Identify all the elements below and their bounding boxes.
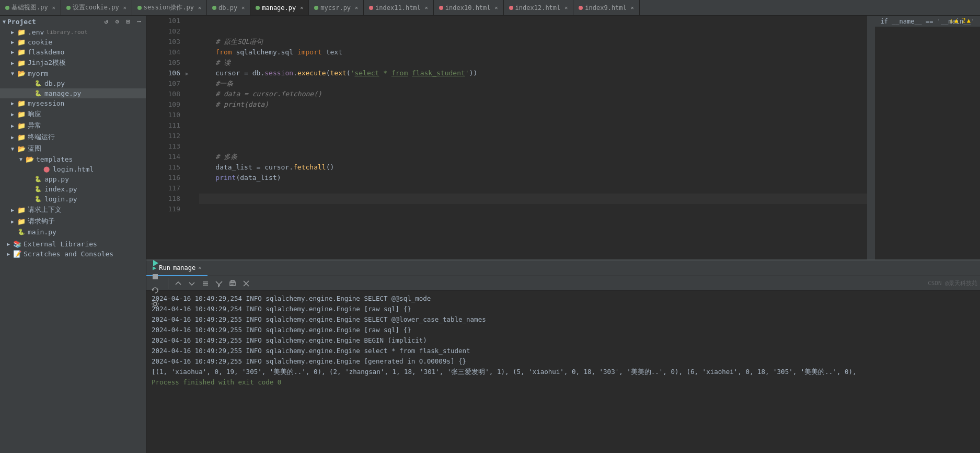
attr-session: session	[264, 68, 293, 78]
sp1	[232, 47, 236, 58]
print-button[interactable]	[226, 277, 239, 290]
sidebar-item-login-html[interactable]: ⬤ login.html	[0, 164, 146, 174]
sidebar-item-request-context[interactable]: ▶ 📁 请求上下文	[0, 204, 146, 216]
code-editor[interactable]: # 原生SQL语句 from sqlalchemy.sql import tex…	[194, 16, 867, 259]
tab-close-icon[interactable]: ✕	[52, 5, 55, 10]
scroll-top-button[interactable]	[172, 277, 185, 290]
folder-icon: 📁	[17, 29, 26, 36]
folder-icon: 📁	[17, 59, 26, 66]
console-line-3: 2024-04-16 10:49:29,255 INFO sqlalchemy.…	[152, 314, 975, 325]
tab-index12[interactable]: index12.html ✕	[504, 0, 574, 16]
tab-label: index10.html	[445, 4, 491, 12]
fold-107	[186, 78, 194, 89]
sidebar-item-response[interactable]: ▶ 📁 响应	[0, 108, 146, 120]
sidebar-item-db-py[interactable]: 🐍 db.py	[0, 78, 146, 88]
code-line-118	[199, 194, 867, 204]
sidebar-item-index-py[interactable]: 🐍 index.py	[0, 184, 146, 194]
main-area: ▼ Project ↺ ⚙ ⊞ ⋯ ▶ 📁 .env library.root	[0, 16, 980, 453]
folder-open-icon: 📂	[17, 70, 26, 77]
tab-基础视图[interactable]: 基础视图.py ✕	[0, 0, 61, 16]
tab-close-icon[interactable]: ✕	[300, 5, 303, 10]
ln-110: 110	[159, 110, 180, 120]
code-line-116: print(data_list)	[199, 173, 867, 183]
tab-session操作[interactable]: session操作.py ✕	[132, 0, 207, 16]
tab-close-icon[interactable]: ✕	[241, 5, 245, 10]
warning-badge: ⚠ ▲ 2 ▲	[950, 17, 971, 24]
python-file-icon: 🐍	[17, 229, 26, 236]
tab-close-icon[interactable]: ✕	[198, 5, 201, 10]
sidebar-item-login-py[interactable]: 🐍 login.py	[0, 194, 146, 204]
tab-close-icon[interactable]: ✕	[495, 5, 498, 10]
tab-close-icon[interactable]: ✕	[355, 5, 358, 10]
bottom-tab-close-icon[interactable]: ✕	[198, 265, 201, 270]
sidebar-item-terminal[interactable]: ▶ 📁 终端运行	[0, 131, 146, 143]
sidebar-item-blueprint[interactable]: ▼ 📂 蓝图	[0, 143, 146, 154]
tab-db[interactable]: db.py ✕	[207, 0, 250, 16]
fold-114	[186, 152, 194, 162]
tab-index10[interactable]: index10.html ✕	[434, 0, 504, 16]
tab-label: 设置cookie.py	[73, 3, 119, 12]
sidebar-item-myorm[interactable]: ▼ 📂 myorm	[0, 69, 146, 78]
sidebar-item-templates[interactable]: ▼ 📂 templates	[0, 154, 146, 164]
sidebar-item-main-py[interactable]: 🐍 main.py	[0, 227, 146, 237]
ln-105: 105	[159, 58, 180, 68]
sidebar-item-manage-py[interactable]: 🐍 manage.py	[0, 88, 146, 98]
code-line-119	[199, 204, 867, 214]
sync-icon[interactable]: ↺	[102, 17, 110, 26]
python-file-icon: 🐍	[33, 176, 43, 183]
code-line-109: # print(data)	[199, 99, 867, 110]
settings-icon[interactable]: ⚙	[113, 17, 121, 26]
bp-119	[146, 204, 157, 214]
tab-close-icon[interactable]: ✕	[425, 5, 428, 10]
sidebar-item-mysession[interactable]: ▶ 📁 mysession	[0, 98, 146, 108]
tab-index9[interactable]: index9.html ✕	[573, 0, 640, 16]
fold-112	[186, 131, 194, 141]
chevron-down-icon: ▼	[3, 19, 6, 25]
ln-118: 118	[159, 194, 180, 204]
tab-设置cookie[interactable]: 设置cookie.py ✕	[61, 0, 132, 16]
tab-close-icon[interactable]: ✕	[564, 5, 568, 10]
warning-expand-icon[interactable]: ▲	[967, 17, 971, 24]
scratch-icon: 📝	[13, 251, 22, 258]
scroll-bottom-button[interactable]	[186, 277, 198, 290]
console-line-5: 2024-04-16 10:49:29,255 INFO sqlalchemy.…	[152, 335, 975, 346]
indent-106	[199, 68, 215, 78]
clear-button[interactable]	[240, 277, 252, 290]
tab-close-icon[interactable]: ✕	[631, 5, 634, 10]
breakpoint-gutter	[146, 16, 157, 259]
tab-index11[interactable]: index11.html ✕	[364, 0, 434, 16]
folder-icon: 📁	[17, 49, 26, 56]
filter-button[interactable]	[213, 277, 225, 290]
console-line-4: 2024-04-16 10:49:29,255 INFO sqlalchemy.…	[152, 325, 975, 335]
sidebar-item-scratches[interactable]: ▶ 📝 Scratches and Consoles	[0, 249, 146, 259]
ln-108: 108	[159, 89, 180, 99]
kw-from: from	[215, 47, 232, 58]
gear-icon[interactable]: ⋯	[135, 17, 143, 26]
sidebar-item-app-py[interactable]: 🐍 app.py	[0, 174, 146, 184]
folder-icon: 📁	[17, 206, 26, 213]
tab-mycsr[interactable]: mycsr.py ✕	[309, 0, 364, 16]
folder-icon: 📁	[17, 218, 26, 225]
sidebar-item-env[interactable]: ▶ 📁 .env library.root	[0, 27, 146, 37]
fold-105	[186, 58, 194, 68]
python-file-icon: 🐍	[33, 196, 43, 203]
sidebar-item-cookie[interactable]: ▶ 📁 cookie	[0, 37, 146, 47]
sidebar-item-request-hook[interactable]: ▶ 📁 请求钩子	[0, 216, 146, 227]
stop-button[interactable]	[149, 270, 162, 283]
sidebar-item-jinja2[interactable]: ▶ 📁 Jinja2模板	[0, 57, 146, 69]
fold-button[interactable]	[199, 277, 212, 290]
sidebar-item-exception[interactable]: ▶ 📁 异常	[0, 120, 146, 131]
import-text: text	[326, 47, 342, 58]
sidebar-item-flaskdemo[interactable]: ▶ 📁 flaskdemo	[0, 47, 146, 57]
tab-manage[interactable]: manage.py ✕	[250, 0, 309, 16]
expand-icon[interactable]: ⊞	[124, 17, 132, 26]
project-header[interactable]: ▼ Project ↺ ⚙ ⊞ ⋯	[0, 16, 146, 27]
chevron-down-icon: ▼	[8, 146, 17, 152]
code-line-114: # 多条	[199, 152, 867, 162]
chevron-right-icon: ▶	[8, 60, 17, 66]
sidebar-item-external-libs[interactable]: ▶ 📚 External Libraries	[0, 239, 146, 249]
fold-102	[186, 26, 194, 37]
fold-marker-106[interactable]: ▶	[186, 71, 189, 76]
tab-close-icon[interactable]: ✕	[123, 5, 126, 10]
fold-106[interactable]: ▶	[186, 68, 194, 78]
